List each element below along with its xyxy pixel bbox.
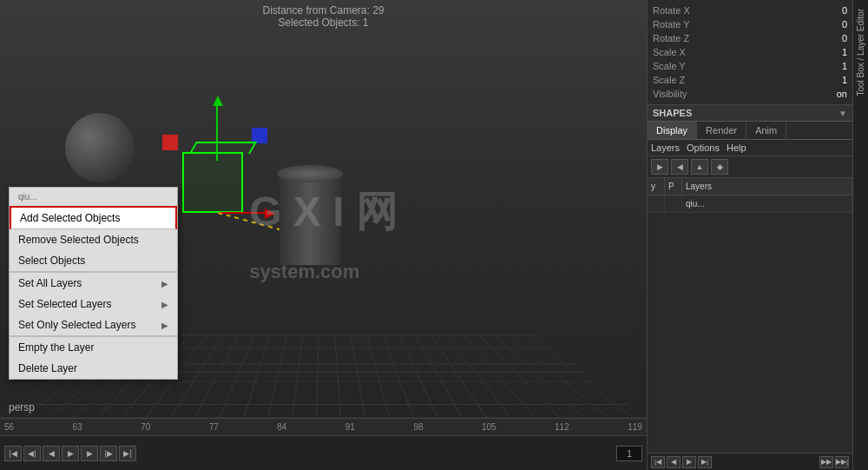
- layer-name-val: qiu...: [682, 195, 852, 212]
- ctx-select-objects[interactable]: Select Objects: [10, 250, 177, 272]
- menu-options[interactable]: Options: [687, 142, 720, 153]
- cylinder-object[interactable]: [279, 169, 340, 265]
- tab-render[interactable]: Render: [697, 122, 746, 139]
- side-strip-label[interactable]: Tool Box / Layer Editor: [856, 9, 865, 96]
- shapes-header: SHAPES ▼: [648, 105, 852, 122]
- pb-btn-3[interactable]: ▶: [682, 456, 696, 468]
- tabs-row: Display Render Anim: [648, 122, 852, 140]
- 3d-canvas: Distance from Camera: 29 Selected Object…: [0, 0, 647, 470]
- timeline-controls: |◀ ◀| ◀ ▶ ▶ |▶ ▶| 1: [0, 436, 647, 470]
- collapse-arrow[interactable]: ▼: [838, 109, 847, 118]
- next-frame-btn[interactable]: ▶: [81, 446, 98, 461]
- go-start-btn[interactable]: |◀: [4, 446, 22, 461]
- layer-header-row: y P Layers: [648, 178, 852, 195]
- sphere-object[interactable]: [65, 113, 135, 182]
- menu-layers[interactable]: Layers: [651, 142, 680, 153]
- layer-p-val: [665, 195, 682, 212]
- toolbar-btn-2[interactable]: ◀: [671, 159, 688, 175]
- prop-scale-z: Scale Z 1: [653, 73, 847, 87]
- go-end-btn[interactable]: ▶|: [119, 446, 136, 461]
- x-axis-tip: [265, 209, 275, 219]
- prop-scale-y: Scale Y 1: [653, 59, 847, 73]
- prop-rotate-z: Rotate Z 0: [653, 31, 847, 45]
- tab-display[interactable]: Display: [648, 122, 697, 139]
- pb-btn-5[interactable]: ▶▶: [819, 456, 833, 468]
- persp-label: persp: [9, 401, 35, 414]
- prop-rotate-y: Rotate Y 0: [653, 17, 847, 31]
- right-panel: Rotate X 0 Rotate Y 0 Rotate Z 0 Scale X…: [647, 0, 852, 470]
- pb-btn-4[interactable]: ▶|: [698, 456, 712, 468]
- y-axis-tip: [213, 96, 223, 106]
- properties-section: Rotate X 0 Rotate Y 0 Rotate Z 0 Scale X…: [648, 0, 852, 105]
- layer-list-area: y P Layers qiu...: [648, 178, 852, 453]
- col-layers: Layers: [682, 178, 852, 195]
- next-key-btn[interactable]: |▶: [100, 446, 117, 461]
- red-cube[interactable]: [162, 135, 178, 150]
- ctx-set-selected-layers[interactable]: Set Selected Layers ▶: [10, 294, 177, 314]
- panel-bottom-bar: |◀ ◀ ▶ ▶| ▶▶ ▶▶|: [648, 453, 852, 470]
- context-menu: qiu... Add Selected Objects Remove Selec…: [9, 187, 178, 380]
- ctx-add-selected[interactable]: Add Selected Objects: [10, 206, 177, 229]
- toolbar-btn-1[interactable]: ▶: [651, 159, 668, 175]
- frame-display: 1: [616, 446, 642, 461]
- layer-y-val: [648, 195, 665, 212]
- timeline-ruler: 56 63 70 77 84 91 98 105 112 119: [0, 419, 647, 436]
- ctx-empty-layer[interactable]: Empty the Layer: [10, 336, 177, 358]
- prop-scale-x: Scale X 1: [653, 45, 847, 59]
- prop-rotate-x: Rotate X 0: [653, 3, 847, 17]
- panel-menu: Layers Options Help: [648, 140, 852, 156]
- prev-key-btn[interactable]: ◀|: [23, 446, 41, 461]
- selected-cube[interactable]: [182, 152, 243, 213]
- cylinder-top: [277, 165, 343, 182]
- pb-btn-1[interactable]: |◀: [651, 456, 665, 468]
- col-p: P: [665, 178, 682, 195]
- menu-help[interactable]: Help: [727, 142, 746, 153]
- col-y: y: [648, 178, 665, 195]
- pb-btn-6[interactable]: ▶▶|: [835, 456, 849, 468]
- ruler-marks: 56 63 70 77 84 91 98 105 112 119: [4, 422, 642, 432]
- prev-frame-btn[interactable]: ◀: [43, 446, 60, 461]
- ctx-set-all-layers[interactable]: Set All Layers ▶: [10, 272, 177, 294]
- layer-item-qiu[interactable]: qiu...: [648, 195, 852, 213]
- y-axis: [216, 100, 218, 161]
- timeline: 56 63 70 77 84 91 98 105 112 119 |◀ ◀|: [0, 418, 647, 470]
- ctx-set-only-selected[interactable]: Set Only Selected Layers ▶: [10, 314, 177, 336]
- prop-visibility: Visibility on: [653, 87, 847, 101]
- toolbar-btn-4[interactable]: ◆: [711, 159, 728, 175]
- ctx-delete-layer[interactable]: Delete Layer: [10, 358, 177, 379]
- ctx-qiu: qiu...: [10, 188, 177, 206]
- pb-btn-2[interactable]: ◀: [667, 456, 681, 468]
- ctx-remove-selected[interactable]: Remove Selected Objects: [10, 229, 177, 250]
- hud-info: Distance from Camera: 29 Selected Object…: [262, 4, 384, 29]
- play-btn[interactable]: ▶: [62, 446, 79, 461]
- tab-anim[interactable]: Anim: [746, 122, 786, 139]
- side-strip: Tool Box / Layer Editor: [852, 0, 868, 470]
- toolbar-btn-3[interactable]: ▲: [691, 159, 708, 175]
- cube-top-face: [189, 142, 257, 154]
- viewport-3d[interactable]: Distance from Camera: 29 Selected Object…: [0, 0, 647, 470]
- panel-toolbar: ▶ ◀ ▲ ◆: [648, 156, 852, 178]
